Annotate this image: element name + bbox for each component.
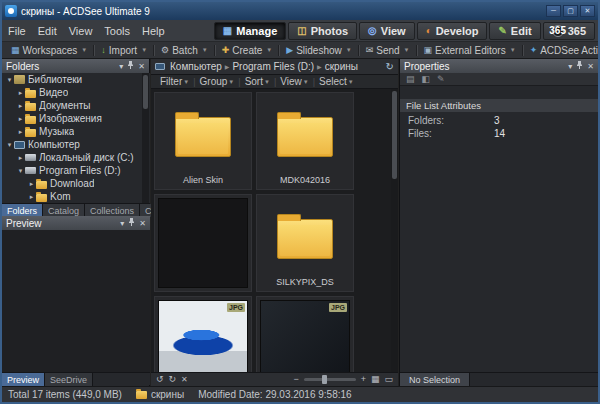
menu-bar: FileEditViewToolsHelp ▦Manage◫Photos◎Vie… [2, 20, 598, 42]
expander-icon[interactable]: ▸ [16, 89, 25, 97]
mode-tab-manage[interactable]: ▦Manage [214, 22, 286, 40]
thumbnail-size-slider[interactable] [304, 378, 356, 381]
rotate-left-icon[interactable]: ↺ [156, 375, 164, 384]
slider-thumb[interactable] [322, 375, 327, 384]
folder-icon [25, 103, 36, 111]
folder-icon [277, 219, 333, 259]
chevron-down-icon[interactable]: ▾ [120, 219, 124, 228]
mode-tab-photos[interactable]: ◫Photos [288, 22, 357, 40]
toolbar-button-slideshow[interactable]: ▶Slideshow▼ [281, 43, 356, 58]
toolbar-button-send[interactable]: ✉Send▼ [361, 43, 415, 58]
filter-menu-select[interactable]: Select▼ [315, 76, 358, 87]
menu-tools[interactable]: Tools [98, 25, 136, 37]
scrollbar-thumb[interactable] [392, 91, 397, 179]
file-list-scrollbar[interactable] [391, 89, 398, 372]
image-thumb: JPG [260, 300, 350, 372]
toolbar-button-label: Workspaces [23, 45, 78, 56]
close-icon[interactable]: ✕ [138, 62, 145, 71]
toolbar-button-create[interactable]: ✚Create▼ [217, 43, 278, 58]
menu-help[interactable]: Help [136, 25, 171, 37]
chevron-down-icon[interactable]: ▾ [119, 62, 123, 71]
tree-item-изображения[interactable]: ▸Изображения [2, 112, 150, 125]
pin-icon[interactable] [127, 61, 134, 71]
minimize-button[interactable]: ─ [546, 5, 561, 17]
expander-icon[interactable]: ▸ [16, 128, 25, 136]
expander-icon[interactable]: ▾ [5, 76, 14, 84]
folder-tile[interactable]: SILKYPIX_DS [256, 194, 354, 292]
delete-icon[interactable]: ✕ [181, 376, 188, 384]
tree-item-документы[interactable]: ▸Документы [2, 99, 150, 112]
toolbar-button-import[interactable]: ↓Import▼ [96, 43, 152, 58]
external-editors-icon: ▣ [424, 46, 433, 55]
expander-icon[interactable]: ▸ [16, 115, 25, 123]
slideshow-icon: ▶ [286, 46, 293, 55]
image-tile[interactable]: JPG [256, 296, 354, 372]
tab-preview[interactable]: Preview [2, 373, 45, 386]
refresh-icon[interactable]: ↻ [386, 61, 394, 72]
close-icon[interactable]: ✕ [587, 62, 594, 71]
expander-icon[interactable]: ▸ [16, 102, 25, 110]
folders-scrollbar[interactable] [142, 73, 149, 203]
scrollbar-thumb[interactable] [143, 75, 148, 109]
tab-seedrive[interactable]: SeeDrive [45, 373, 93, 386]
expander-icon[interactable]: ▸ [16, 154, 25, 162]
pin-icon[interactable] [128, 218, 135, 228]
maximize-button[interactable]: ▢ [563, 5, 578, 17]
close-button[interactable]: ✕ [580, 5, 595, 17]
close-icon[interactable]: ✕ [139, 219, 146, 228]
expander-icon[interactable]: ▸ [27, 180, 36, 188]
mode-tab-view[interactable]: ◎View [359, 22, 415, 40]
filter-menu-group[interactable]: Group▼ [196, 76, 239, 87]
toolbar-button-external-editors[interactable]: ▣External Editors▼ [419, 43, 521, 58]
tree-item-музыка[interactable]: ▸Музыка [2, 125, 150, 138]
breadcrumb: Компьютер▶Program Files (D:)▶скрины ↻ [151, 59, 398, 75]
mode-tab-365[interactable]: 365365 [543, 22, 595, 40]
tree-item-компьютер[interactable]: ▾Компьютер [2, 138, 150, 151]
image-tile[interactable] [154, 194, 252, 292]
toolbar-button-acdsee-actions[interactable]: ✦ACDSee Actions▼ [525, 43, 600, 58]
computer-icon [155, 63, 165, 70]
tree-item-download[interactable]: ▸Download [2, 177, 150, 190]
menu-edit[interactable]: Edit [32, 25, 63, 37]
status-bar: Total 17 items (449,0 MB) скрины Modifie… [2, 386, 598, 402]
toolbar-button-batch[interactable]: ⚙Batch▼ [156, 43, 213, 58]
tree-item-program-files-d-[interactable]: ▾Program Files (D:) [2, 164, 150, 177]
breadcrumb-item-скрины[interactable]: скрины [323, 61, 360, 72]
expander-icon[interactable]: ▸ [27, 193, 36, 201]
pin-icon[interactable] [576, 61, 583, 71]
tree-item-локальный-диск-c-[interactable]: ▸Локальный диск (C:) [2, 151, 150, 164]
attributes-list: Folders:3Files:14 [400, 114, 599, 140]
thumbnails-view-icon[interactable]: ▦ [371, 375, 380, 384]
image-tile[interactable]: JPGavto.goodfon.ru 2015-phiaro-p75-co... [154, 296, 252, 372]
filter-menu-filter[interactable]: Filter▼ [156, 76, 193, 87]
mode-tab-edit[interactable]: ✎Edit [489, 22, 540, 40]
metadata-icon[interactable]: ▤ [406, 75, 415, 84]
filter-menu-view[interactable]: View▼ [276, 76, 312, 87]
develop-icon: ◐ [426, 26, 432, 36]
folder-tile[interactable]: Alien Skin [154, 92, 252, 190]
rotate-right-icon[interactable]: ↻ [169, 375, 177, 384]
breadcrumb-item-program-files-d-[interactable]: Program Files (D:) [230, 61, 316, 72]
menu-view[interactable]: View [63, 25, 99, 37]
tree-item-библиотеки[interactable]: ▾Библиотеки [2, 73, 150, 86]
expander-icon[interactable]: ▾ [5, 141, 14, 149]
toolbar-button-workspaces[interactable]: ▦Workspaces▼ [6, 43, 92, 58]
folders-panel-tabs: FoldersCatalogCollectionsCalendar [2, 203, 150, 216]
zoom-in-icon[interactable]: + [361, 375, 366, 384]
edit-pencil-icon[interactable]: ✎ [437, 75, 445, 84]
organize-icon[interactable]: ◧ [422, 75, 431, 84]
chevron-down-icon[interactable]: ▾ [568, 62, 572, 71]
no-selection-tab[interactable]: No Selection [400, 373, 470, 386]
menu-file[interactable]: File [2, 25, 32, 37]
filter-menu-sort[interactable]: Sort▼ [241, 76, 274, 87]
filmstrip-view-icon[interactable]: ▭ [384, 375, 393, 384]
expander-icon[interactable]: ▾ [16, 167, 25, 175]
folder-tile[interactable]: MDK042016 [256, 92, 354, 190]
folder-icon [136, 391, 147, 399]
tree-item-kom[interactable]: ▸Kom [2, 190, 150, 203]
tree-item-видео[interactable]: ▸Видео [2, 86, 150, 99]
zoom-out-icon[interactable]: − [293, 375, 298, 384]
mode-tab-develop[interactable]: ◐Develop [417, 22, 488, 40]
attribute-row: Files:14 [400, 127, 599, 140]
breadcrumb-item-компьютер[interactable]: Компьютер [168, 61, 224, 72]
